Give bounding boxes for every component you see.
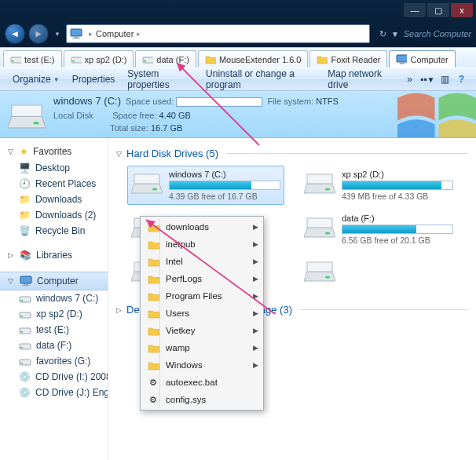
libraries-icon: 📚 bbox=[20, 250, 31, 261]
drive-info-panel: windows 7 (C:) Space used: File system: … bbox=[0, 91, 476, 138]
tab-label: Foxit Reader bbox=[331, 55, 380, 64]
sidebar-item-label: windows 7 (C:) bbox=[36, 293, 98, 304]
sidebar-item-label: Downloads bbox=[35, 194, 82, 205]
sidebar-item-xp-sp2-d-[interactable]: xp sp2 (D:) bbox=[0, 306, 108, 322]
drive-data-f-[interactable]: data (F:)6.56 GB free of 20.1 GB bbox=[300, 210, 457, 249]
forward-button[interactable]: ► bbox=[28, 24, 49, 44]
sidebar-item-cd-drive-j-eng[interactable]: 💿CD Drive (J:) Eng bbox=[0, 385, 108, 400]
cd-icon: 💿 bbox=[19, 387, 31, 398]
nav-bar: ◄ ► ▼ ▸ Computer ▸ ↻ ▼ Search Computer bbox=[0, 20, 476, 47]
sidebar-item-windows-7-c-[interactable]: windows 7 (C:) bbox=[0, 290, 108, 306]
sidebar-item-label: test (E:) bbox=[36, 324, 69, 335]
drive-usage-bar bbox=[342, 181, 453, 190]
address-bar[interactable]: ▸ Computer ▸ bbox=[66, 24, 370, 43]
help-icon[interactable]: ? bbox=[455, 71, 468, 87]
info-drive-name: windows 7 (C:) bbox=[53, 95, 121, 107]
search-input[interactable]: Search Computer bbox=[404, 29, 471, 38]
cd-icon: 💿 bbox=[19, 371, 31, 382]
refresh-icon[interactable]: ↻ bbox=[379, 29, 386, 39]
sidebar-item-downloads-2-[interactable]: 📁Downloads (2) bbox=[0, 207, 108, 223]
drive-xp-sp2-d-[interactable]: xp sp2 (D:)439 MB free of 4.33 GB bbox=[300, 166, 457, 205]
submenu-arrow-icon: ▶ bbox=[253, 257, 258, 265]
window-titlebar: — ▢ x bbox=[0, 0, 476, 20]
drive-icon bbox=[304, 257, 335, 286]
drive-icon bbox=[304, 214, 335, 242]
sidebar-item-icon: 🕘 bbox=[19, 178, 31, 189]
maximize-button[interactable]: ▢ bbox=[427, 3, 449, 17]
drive-icon bbox=[304, 170, 335, 198]
computer-icon bbox=[70, 27, 82, 40]
sidebar-item-label: CD Drive (I:) 2008 bbox=[35, 371, 108, 382]
submenu-arrow-icon: ▶ bbox=[253, 292, 258, 300]
sidebar-computer-header[interactable]: ▽Computer bbox=[0, 272, 108, 290]
properties-button[interactable]: Properties bbox=[66, 71, 122, 88]
system-properties-button[interactable]: System properties bbox=[121, 65, 200, 93]
uninstall-button[interactable]: Uninstall or change a program bbox=[200, 65, 321, 93]
sidebar-item-cd-drive-i-2008[interactable]: 💿CD Drive (I:) 2008 bbox=[0, 369, 108, 385]
drive-item[interactable] bbox=[300, 254, 457, 290]
tab-label: test (E:) bbox=[24, 55, 55, 64]
sidebar-item-label: Desktop bbox=[35, 162, 70, 173]
submenu-arrow-icon: ▶ bbox=[253, 327, 258, 334]
dropdown-icon[interactable]: ▼ bbox=[391, 30, 399, 38]
menu-item-label: Vietkey bbox=[161, 326, 253, 335]
drive-windows-7-c-[interactable]: windows 7 (C:)4.39 GB free of 16.7 GB bbox=[127, 166, 284, 205]
sidebar-item-desktop[interactable]: 🖥️Desktop bbox=[0, 160, 108, 176]
folder-icon bbox=[145, 343, 161, 353]
breadcrumb-arrow-icon: ▸ bbox=[137, 30, 141, 38]
menu-item-label: Windows bbox=[161, 360, 253, 370]
nav-history-dropdown[interactable]: ▼ bbox=[52, 24, 63, 44]
file-system-value: NTFS bbox=[316, 97, 339, 106]
map-drive-button[interactable]: Map network drive bbox=[321, 65, 401, 93]
submenu-arrow-icon: ▶ bbox=[253, 240, 258, 248]
windows-logo-icon bbox=[382, 91, 476, 138]
sidebar-item-downloads[interactable]: 📁Downloads bbox=[0, 192, 108, 207]
close-button[interactable]: x bbox=[451, 3, 473, 17]
folder-icon bbox=[145, 222, 161, 232]
organize-button[interactable]: Organize▼ bbox=[6, 71, 66, 88]
sidebar: ▽★Favorites 🖥️Desktop🕘Recent Places📁Down… bbox=[0, 138, 108, 460]
file-icon: ⚙ bbox=[145, 395, 161, 405]
submenu-arrow-icon: ▶ bbox=[253, 223, 258, 231]
sidebar-item-icon: 📁 bbox=[19, 194, 31, 205]
tab-label: Computer bbox=[410, 55, 448, 64]
tab-label: xp sp2 (D:) bbox=[85, 55, 127, 64]
sidebar-item-recycle-bin[interactable]: 🗑️Recycle Bin bbox=[0, 223, 108, 239]
drive-name: windows 7 (C:) bbox=[169, 170, 280, 179]
drive-icon bbox=[10, 55, 21, 64]
view-options-icon[interactable]: ▪▪▼ bbox=[420, 71, 434, 87]
menu-item-label: wamp bbox=[161, 343, 253, 352]
sidebar-item-favorites-g-[interactable]: favorites (G:) bbox=[0, 353, 108, 369]
total-size-value: 16.7 GB bbox=[151, 123, 182, 133]
drive-usage-bar bbox=[169, 181, 280, 190]
file-system-label: File system: bbox=[267, 97, 313, 106]
submenu-arrow-icon: ▶ bbox=[253, 275, 258, 283]
submenu-arrow-icon: ▶ bbox=[253, 344, 258, 352]
sidebar-item-recent-places[interactable]: 🕘Recent Places bbox=[0, 176, 108, 192]
tab-label: MouseExtender 1.6.0 bbox=[219, 55, 302, 64]
drive-free-text: 6.56 GB free of 20.1 GB bbox=[342, 235, 453, 245]
sidebar-item-test-e-[interactable]: test (E:) bbox=[0, 322, 108, 338]
hdd-section-header[interactable]: ▽Hard Disk Drives (5) bbox=[116, 144, 468, 162]
breadcrumb[interactable]: Computer bbox=[96, 29, 134, 38]
toolbar-overflow[interactable]: » bbox=[401, 71, 419, 88]
drive-icon bbox=[19, 341, 31, 351]
preview-pane-icon[interactable]: ▥ bbox=[438, 71, 451, 87]
folder-icon bbox=[317, 55, 328, 64]
minimize-button[interactable]: — bbox=[404, 3, 426, 17]
drive-icon bbox=[19, 294, 31, 304]
drive-free-text: 439 MB free of 4.33 GB bbox=[342, 192, 453, 201]
info-subtitle: Local Disk bbox=[53, 111, 93, 120]
menu-item-label: Users bbox=[161, 308, 253, 318]
submenu-arrow-icon: ▶ bbox=[253, 361, 258, 369]
sidebar-item-data-f-[interactable]: data (F:) bbox=[0, 338, 108, 353]
submenu-arrow-icon: ▶ bbox=[253, 309, 258, 317]
sidebar-favorites-header[interactable]: ▽★Favorites bbox=[0, 143, 108, 160]
sidebar-libraries-header[interactable]: ▷📚Libraries bbox=[0, 246, 108, 264]
back-button[interactable]: ◄ bbox=[5, 24, 25, 44]
menu-item-label: Program Files bbox=[161, 291, 253, 301]
drive-name: xp sp2 (D:) bbox=[342, 170, 453, 179]
drive-icon bbox=[8, 99, 46, 130]
drive-icon bbox=[131, 170, 163, 198]
tab-test-e-[interactable]: test (E:) bbox=[3, 50, 62, 68]
